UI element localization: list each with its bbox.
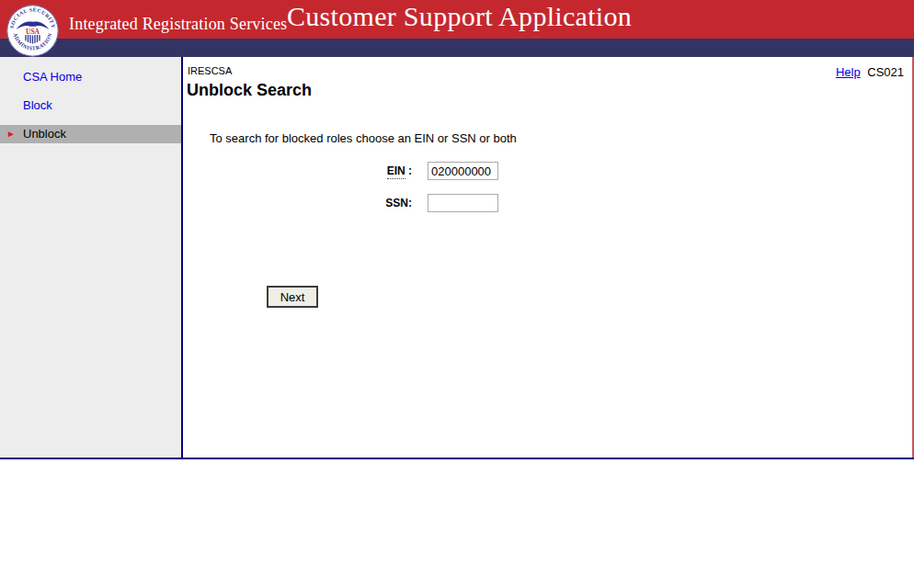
ssa-seal-icon: SOCIAL SECURITY ADMINISTRATION USA — [6, 5, 59, 57]
footer-space — [0, 459, 914, 586]
header-navy-strip — [0, 39, 914, 57]
instruction-text: To search for blocked roles choose an EI… — [210, 131, 517, 145]
ein-label-text: EIN — [387, 164, 406, 179]
next-button[interactable]: Next — [267, 286, 318, 308]
ein-form-row: EIN : — [183, 162, 498, 180]
selected-item-arrow-icon: ► — [6, 125, 16, 143]
ssn-input[interactable] — [428, 194, 498, 212]
content-row: CSA Home Block ► Unblock IRESCSA Help CS… — [0, 57, 914, 459]
header-bar: SOCIAL SECURITY ADMINISTRATION USA Integ… — [0, 0, 914, 39]
ein-label-colon: : — [406, 164, 412, 177]
agency-name: Integrated Registration Services — [69, 15, 287, 34]
sidebar-item-csa-home[interactable]: CSA Home — [0, 68, 181, 86]
ein-label: EIN : — [183, 164, 412, 177]
sidebar: CSA Home Block ► Unblock — [0, 57, 183, 458]
ssn-form-row: SSN: — [183, 194, 498, 212]
main-content: IRESCSA Help CS021 Unblock Search To sea… — [183, 57, 914, 458]
sidebar-item-label: Unblock — [23, 127, 66, 141]
app-code: IRESCSA — [188, 65, 232, 76]
svg-text:USA: USA — [26, 28, 40, 36]
ein-input[interactable] — [428, 162, 498, 180]
sidebar-item-block[interactable]: Block — [0, 96, 181, 115]
help-link[interactable]: Help — [836, 65, 861, 79]
ssn-label: SSN: — [183, 197, 412, 209]
app-title: Customer Support Application — [287, 1, 632, 32]
help-area: Help CS021 — [836, 65, 904, 79]
sidebar-item-unblock[interactable]: ► Unblock — [0, 125, 181, 143]
screen-code: CS021 — [867, 65, 904, 79]
page-title: Unblock Search — [187, 81, 312, 100]
